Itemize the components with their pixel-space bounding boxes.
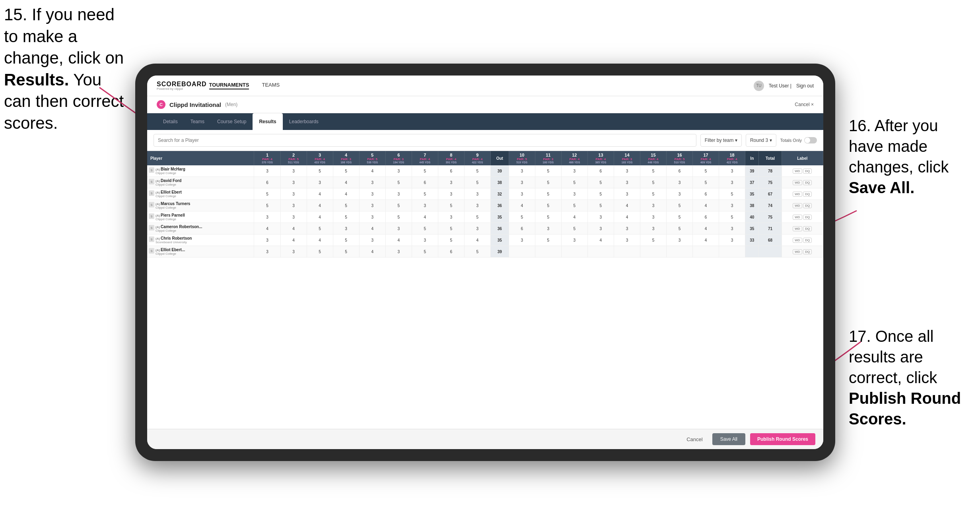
score-hole-6[interactable]: 3 — [385, 188, 412, 200]
score-hole-5[interactable]: 3 — [359, 211, 385, 223]
nav-tournaments[interactable]: TOURNAMENTS — [209, 82, 249, 89]
wd-button[interactable]: WD — [793, 249, 802, 254]
score-hole-8[interactable]: 6 — [438, 246, 464, 258]
score-hole-15[interactable]: 5 — [640, 188, 666, 200]
score-hole-7[interactable]: 5 — [412, 246, 438, 258]
score-hole-4[interactable]: 4 — [333, 188, 359, 200]
cancel-button[interactable]: Cancel — [682, 434, 707, 445]
score-hole-10[interactable]: 3 — [509, 177, 535, 188]
score-hole-7[interactable]: 5 — [412, 223, 438, 234]
score-hole-17[interactable]: 4 — [693, 223, 719, 234]
wd-button[interactable]: WD — [793, 226, 802, 231]
score-hole-12[interactable]: 3 — [561, 234, 587, 246]
score-hole-18[interactable]: 3 — [719, 200, 745, 211]
publish-round-scores-button[interactable]: Publish Round Scores — [750, 433, 815, 445]
score-hole-16[interactable]: 5 — [667, 211, 693, 223]
score-hole-12[interactable]: 3 — [561, 165, 587, 177]
score-hole-14[interactable]: 3 — [614, 188, 640, 200]
score-hole-11[interactable]: 3 — [535, 223, 561, 234]
score-hole-9[interactable]: 3 — [464, 223, 490, 234]
score-hole-14[interactable]: 3 — [614, 223, 640, 234]
score-hole-16[interactable] — [667, 246, 693, 258]
score-hole-11[interactable]: 5 — [535, 177, 561, 188]
round-dropdown[interactable]: Round 3 ▾ — [746, 134, 776, 147]
score-hole-5[interactable]: 4 — [359, 246, 385, 258]
score-hole-16[interactable]: 3 — [667, 234, 693, 246]
score-hole-6[interactable]: 3 — [385, 223, 412, 234]
score-hole-4[interactable]: 5 — [333, 165, 359, 177]
wd-button[interactable]: WD — [793, 169, 802, 174]
tab-leaderboards[interactable]: Leaderboards — [283, 113, 325, 130]
score-hole-17[interactable] — [693, 246, 719, 258]
score-hole-10[interactable] — [509, 246, 535, 258]
score-hole-8[interactable]: 3 — [438, 211, 464, 223]
dq-button[interactable]: DQ — [803, 192, 812, 197]
score-hole-13[interactable] — [587, 246, 614, 258]
score-hole-7[interactable]: 5 — [412, 165, 438, 177]
score-hole-13[interactable]: 3 — [587, 211, 614, 223]
dq-button[interactable]: DQ — [803, 226, 812, 231]
wd-button[interactable]: WD — [793, 192, 802, 197]
score-hole-3[interactable]: 4 — [307, 200, 333, 211]
score-hole-3[interactable]: 5 — [307, 246, 333, 258]
score-hole-7[interactable]: 6 — [412, 177, 438, 188]
score-hole-13[interactable]: 6 — [587, 165, 614, 177]
score-hole-8[interactable]: 5 — [438, 200, 464, 211]
score-hole-1[interactable]: 4 — [254, 223, 280, 234]
tab-course-setup[interactable]: Course Setup — [211, 113, 253, 130]
score-hole-7[interactable]: 3 — [412, 234, 438, 246]
score-hole-1[interactable]: 6 — [254, 177, 280, 188]
wd-button[interactable]: WD — [793, 215, 802, 220]
save-all-button[interactable]: Save All — [712, 433, 745, 445]
score-hole-2[interactable]: 3 — [280, 246, 307, 258]
score-hole-3[interactable]: 5 — [307, 223, 333, 234]
dq-button[interactable]: DQ — [803, 215, 812, 220]
score-hole-17[interactable]: 6 — [693, 188, 719, 200]
score-hole-13[interactable]: 3 — [587, 223, 614, 234]
score-hole-4[interactable]: 3 — [333, 223, 359, 234]
score-hole-12[interactable]: 4 — [561, 211, 587, 223]
score-hole-2[interactable]: 3 — [280, 188, 307, 200]
score-hole-17[interactable]: 5 — [693, 165, 719, 177]
score-hole-10[interactable]: 5 — [509, 211, 535, 223]
score-hole-13[interactable]: 5 — [587, 188, 614, 200]
score-hole-14[interactable] — [614, 246, 640, 258]
score-hole-1[interactable]: 3 — [254, 246, 280, 258]
score-hole-15[interactable]: 3 — [640, 200, 666, 211]
signout-link[interactable]: Sign out — [796, 83, 814, 89]
score-hole-10[interactable]: 3 — [509, 188, 535, 200]
score-hole-16[interactable]: 6 — [667, 165, 693, 177]
score-hole-9[interactable]: 5 — [464, 246, 490, 258]
score-hole-8[interactable]: 5 — [438, 234, 464, 246]
score-hole-11[interactable] — [535, 246, 561, 258]
tab-details[interactable]: Details — [157, 113, 184, 130]
dq-button[interactable]: DQ — [803, 180, 812, 185]
score-hole-16[interactable]: 5 — [667, 223, 693, 234]
score-hole-2[interactable]: 3 — [280, 200, 307, 211]
score-hole-18[interactable]: 3 — [719, 165, 745, 177]
score-hole-7[interactable]: 5 — [412, 188, 438, 200]
score-hole-4[interactable]: 5 — [333, 211, 359, 223]
score-hole-15[interactable]: 3 — [640, 211, 666, 223]
score-hole-17[interactable]: 4 — [693, 234, 719, 246]
score-hole-6[interactable]: 4 — [385, 234, 412, 246]
score-hole-5[interactable]: 3 — [359, 200, 385, 211]
score-hole-5[interactable]: 3 — [359, 177, 385, 188]
score-hole-9[interactable]: 5 — [464, 211, 490, 223]
score-hole-9[interactable]: 5 — [464, 165, 490, 177]
score-hole-2[interactable]: 4 — [280, 223, 307, 234]
score-hole-5[interactable]: 3 — [359, 188, 385, 200]
score-hole-1[interactable]: 3 — [254, 234, 280, 246]
dq-button[interactable]: DQ — [803, 169, 812, 174]
score-hole-5[interactable]: 4 — [359, 165, 385, 177]
score-hole-6[interactable]: 5 — [385, 177, 412, 188]
score-hole-9[interactable]: 5 — [464, 177, 490, 188]
tab-results[interactable]: Results — [253, 113, 282, 130]
score-hole-10[interactable]: 3 — [509, 234, 535, 246]
score-hole-18[interactable]: 5 — [719, 188, 745, 200]
score-hole-14[interactable]: 4 — [614, 211, 640, 223]
score-hole-1[interactable]: 5 — [254, 200, 280, 211]
tab-teams[interactable]: Teams — [184, 113, 211, 130]
score-hole-2[interactable]: 3 — [280, 211, 307, 223]
score-hole-18[interactable]: 5 — [719, 211, 745, 223]
